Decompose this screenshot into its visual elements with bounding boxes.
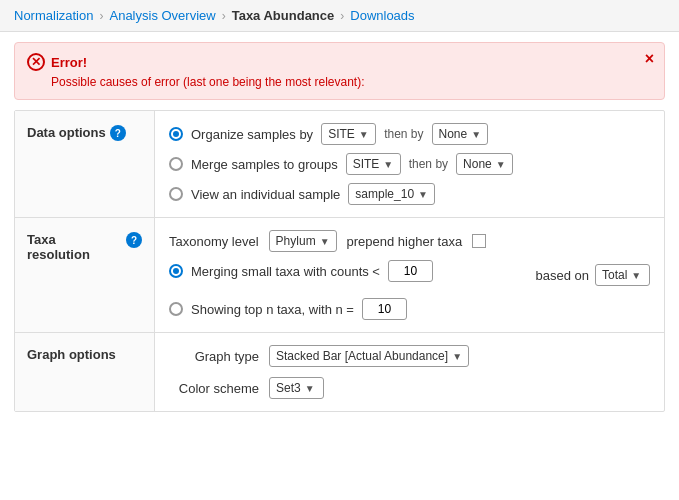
organize-site-arrow: ▼	[359, 129, 369, 140]
merge-label: Merge samples to groups	[191, 157, 338, 172]
merge-site-dropdown[interactable]: SITE ▼	[346, 153, 401, 175]
breadcrumb-sep-3: ›	[340, 9, 344, 23]
showing-taxa-row: Showing top n taxa, with n =	[169, 298, 524, 320]
taxa-resolution-content: Taxonomy level Phylum ▼ prepend higher t…	[155, 218, 664, 332]
showing-taxa-radio[interactable]	[169, 302, 183, 316]
view-sample-dropdown[interactable]: sample_10 ▼	[348, 183, 435, 205]
merging-taxa-label: Merging small taxa with counts <	[191, 264, 380, 279]
error-title-text: Error!	[51, 55, 87, 70]
merging-taxa-radio[interactable]	[169, 264, 183, 278]
taxonomy-level-dropdown[interactable]: Phylum ▼	[269, 230, 337, 252]
merge-samples-radio[interactable]	[169, 157, 183, 171]
then-by-2-label: then by	[409, 157, 448, 171]
graph-options-content: Graph type Stacked Bar [Actual Abundance…	[155, 333, 664, 411]
breadcrumb-sep-2: ›	[222, 9, 226, 23]
merge-samples-row: Merge samples to groups SITE ▼ then by N…	[169, 153, 650, 175]
data-options-label: Data options ?	[15, 111, 155, 217]
color-scheme-dropdown[interactable]: Set3 ▼	[269, 377, 324, 399]
graph-options-section: Graph options Graph type Stacked Bar [Ac…	[15, 333, 664, 411]
organize-label: Organize samples by	[191, 127, 313, 142]
error-icon: ✕	[27, 53, 45, 71]
view-label: View an individual sample	[191, 187, 340, 202]
data-options-help-icon[interactable]: ?	[110, 125, 126, 141]
graph-type-arrow: ▼	[452, 351, 462, 362]
color-scheme-row: Color scheme Set3 ▼	[169, 377, 650, 399]
graph-type-dropdown[interactable]: Stacked Bar [Actual Abundance] ▼	[269, 345, 469, 367]
merging-taxa-input[interactable]	[388, 260, 433, 282]
then-by-1-dropdown[interactable]: None ▼	[432, 123, 489, 145]
view-individual-radio[interactable]	[169, 187, 183, 201]
then-by-2-dropdown[interactable]: None ▼	[456, 153, 513, 175]
color-scheme-arrow: ▼	[305, 383, 315, 394]
taxa-resolution-label: Taxa resolution ?	[15, 218, 155, 332]
taxonomy-level-label: Taxonomy level	[169, 234, 259, 249]
taxonomy-level-arrow: ▼	[320, 236, 330, 247]
prepend-label: prepend higher taxa	[347, 234, 463, 249]
then-by-1-arrow: ▼	[471, 129, 481, 140]
breadcrumb-taxa-abundance[interactable]: Taxa Abundance	[232, 8, 335, 23]
then-by-1-label: then by	[384, 127, 423, 141]
graph-options-label: Graph options	[15, 333, 155, 411]
taxonomy-level-row: Taxonomy level Phylum ▼ prepend higher t…	[169, 230, 650, 252]
error-message: Possible causes of error (last one being…	[27, 75, 628, 89]
graph-type-row: Graph type Stacked Bar [Actual Abundance…	[169, 345, 650, 367]
graph-type-label: Graph type	[169, 349, 259, 364]
merge-site-arrow: ▼	[383, 159, 393, 170]
breadcrumb-analysis-overview[interactable]: Analysis Overview	[109, 8, 215, 23]
breadcrumb-normalization[interactable]: Normalization	[14, 8, 93, 23]
breadcrumb: Normalization › Analysis Overview › Taxa…	[0, 0, 679, 32]
based-on-arrow: ▼	[631, 270, 641, 281]
showing-taxa-input[interactable]	[362, 298, 407, 320]
based-on-label: based on	[536, 268, 590, 283]
then-by-2-arrow: ▼	[496, 159, 506, 170]
view-individual-row: View an individual sample sample_10 ▼	[169, 183, 650, 205]
main-content: Data options ? Organize samples by SITE …	[14, 110, 665, 412]
error-banner: ✕ Error! Possible causes of error (last …	[14, 42, 665, 100]
prepend-checkbox[interactable]	[472, 234, 486, 248]
taxa-resolution-help-icon[interactable]: ?	[126, 232, 142, 248]
organize-samples-row: Organize samples by SITE ▼ then by None …	[169, 123, 650, 145]
organize-site-dropdown[interactable]: SITE ▼	[321, 123, 376, 145]
error-close-button[interactable]: ×	[645, 51, 654, 67]
organize-samples-radio[interactable]	[169, 127, 183, 141]
taxa-content: Taxonomy level Phylum ▼ prepend higher t…	[169, 230, 650, 320]
breadcrumb-downloads[interactable]: Downloads	[350, 8, 414, 23]
showing-taxa-label: Showing top n taxa, with n =	[191, 302, 354, 317]
error-title: ✕ Error!	[27, 53, 628, 71]
based-on-block: based on Total ▼	[536, 260, 651, 286]
breadcrumb-sep-1: ›	[99, 9, 103, 23]
taxa-radios: Merging small taxa with counts < Showing…	[169, 260, 524, 320]
taxa-resolution-section: Taxa resolution ? Taxonomy level Phylum …	[15, 218, 664, 333]
based-on-dropdown[interactable]: Total ▼	[595, 264, 650, 286]
view-sample-arrow: ▼	[418, 189, 428, 200]
color-scheme-label: Color scheme	[169, 381, 259, 396]
taxa-radios-block: Merging small taxa with counts < Showing…	[169, 260, 650, 320]
data-options-content: Organize samples by SITE ▼ then by None …	[155, 111, 664, 217]
merging-taxa-row: Merging small taxa with counts <	[169, 260, 524, 282]
data-options-section: Data options ? Organize samples by SITE …	[15, 111, 664, 218]
